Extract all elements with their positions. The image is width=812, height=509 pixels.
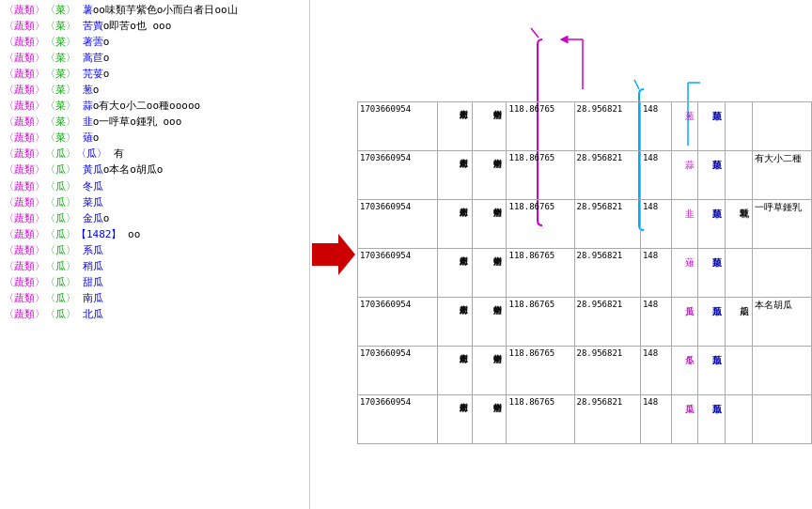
annotations [357,0,812,103]
table-cell: 蔬類菜 [698,102,726,151]
table-cell: 1703660954 [358,151,438,200]
table-cell: 118.86765 [507,151,574,200]
table-cell: 冬瓜 [671,347,698,395]
table-cell: 148 [640,102,671,151]
table-row: 1703660954衛州府產志衛州物府産118.8676528.95682114… [358,249,812,298]
list-item: 〈蔬類〉〈瓜〉 黃瓜o本名o胡瓜o [4,162,305,177]
table-cell: 衛州物府産 [472,200,507,249]
table-cell [726,151,753,200]
table-cell: 148 [640,151,671,200]
table-cell: 衛州物府産 [472,298,507,347]
table-cell: 118.86765 [507,347,574,395]
table-cell: 衛州府產志 [438,102,473,151]
table-cell: 菜瓜 [671,395,698,444]
table-cell: 118.86765 [507,200,574,249]
table-cell: 1703660954 [358,347,438,395]
list-item: 〈蔬類〉〈瓜〉 北瓜 [4,306,305,322]
list-item: 〈蔬類〉〈菜〉 苦蕒o即苦o也 ooo [4,18,305,34]
table-cell [753,102,812,151]
list-item: 〈蔬類〉〈瓜〉【1482】 oo [4,226,305,242]
table-cell: 蔬類瓜 [698,395,726,444]
table-cell: 衛州府產志 [438,200,473,249]
table-cell: 118.86765 [507,395,574,444]
svg-line-4 [634,80,639,89]
table-cell: 28.956821 [574,102,640,151]
table-cell: 148 [640,200,671,249]
table-row: 1703660954衛州府產志衛州物府産118.8676528.95682114… [358,151,812,200]
table-cell: 衛州物府産 [472,347,507,395]
table-cell: 胡瓜 [726,298,753,347]
table-cell: 1703660954 [358,395,438,444]
table-cell: 黃瓜 [671,298,698,347]
svg-line-1 [531,28,539,38]
left-panel: 〈蔬類〉〈菜〉 薯oo味類芋紫色o小而白者日oo山 〈蔬類〉〈菜〉 苦蕒o即苦o… [0,0,310,509]
transform-arrow [310,0,357,509]
table-cell: 蔬類菜 [698,151,726,200]
svg-marker-0 [312,234,355,275]
table-cell: 衛州府產志 [438,151,473,200]
table-cell: 28.956821 [574,200,640,249]
table-cell [753,347,812,395]
table-cell: 衛州府產志 [438,249,473,298]
list-item: 〈蔬類〉〈瓜〉 金瓜o [4,210,305,226]
main-container: 〈蔬類〉〈菜〉 薯oo味類芋紫色o小而白者日oo山 〈蔬類〉〈菜〉 苦蕒o即苦o… [0,0,812,509]
table-cell: 1703660954 [358,249,438,298]
list-item: 〈蔬類〉〈菜〉 韭o一呼草o鍾乳 ooo [4,114,305,130]
list-item: 〈蔬類〉〈菜〉 薯oo味類芋紫色o小而白者日oo山 [4,2,305,18]
table-row: 1703660954衛州府產志衛州物府産118.8676528.95682114… [358,298,812,347]
list-item: 〈蔬類〉〈菜〉 蒿苣o [4,50,305,66]
table-cell: 1703660954 [358,200,438,249]
list-item: 〈蔬類〉〈瓜〉 南瓜 [4,290,305,306]
table-cell: 148 [640,298,671,347]
list-item: 〈蔬類〉〈菜〉 薙o [4,130,305,146]
list-item: 〈蔬類〉〈瓜〉 冬瓜 [4,178,305,194]
table-row: 1703660954衛州府產志衛州物府産118.8676528.95682114… [358,102,812,151]
table-cell: 薙 [671,249,698,298]
table-row: 1703660954衛州府產志衛州物府産118.8676528.95682114… [358,200,812,249]
table-cell: 蔬類瓜 [698,347,726,395]
table-cell: 28.956821 [574,298,640,347]
table-cell: 28.956821 [574,249,640,298]
table-cell: 衛州府產志 [438,347,473,395]
table-row: 1703660954衛州府產志衛州物府産118.8676528.95682114… [358,395,812,444]
table-cell: 1703660954 [358,102,438,151]
table-cell: 1703660954 [358,298,438,347]
annotation-lines [357,0,812,103]
table-cell: 118.86765 [507,298,574,347]
table-cell [726,102,753,151]
table-cell: 28.956821 [574,395,640,444]
list-item: 〈蔬類〉〈瓜〉 系瓜 [4,242,305,258]
table-cell: 148 [640,347,671,395]
table-cell: 草鍾乳 [726,200,753,249]
table-cell: 118.86765 [507,102,574,151]
table-wrapper: 1703660954衛州府產志衛州物府産118.8676528.95682114… [357,101,812,509]
table-cell: 蔬類菜 [698,200,726,249]
table-cell: 一呼草鍾乳 [753,200,812,249]
table-cell: 本名胡瓜 [753,298,812,347]
table-cell: 118.86765 [507,249,574,298]
table-cell: 衛州物府産 [472,395,507,444]
table-cell [753,249,812,298]
table-cell: 蔬類瓜 [698,298,726,347]
table-cell: 衛州物府産 [472,102,507,151]
list-item: 〈蔬類〉〈菜〉 蒜o有大o小二oo種ooooo [4,98,305,114]
table-cell [726,395,753,444]
table-cell: 葱 [671,102,698,151]
right-panel: 1703660954衛州府產志衛州物府産118.8676528.95682114… [357,0,812,509]
table-cell: 28.956821 [574,151,640,200]
table-cell: 蒜 [671,151,698,200]
list-item: 〈蔬類〉〈瓜〉〈瓜〉 有 [4,146,305,162]
table-cell [726,249,753,298]
table-row: 1703660954衛州府產志衛州物府産118.8676528.95682114… [358,347,812,395]
table-cell [753,395,812,444]
list-item: 〈蔬類〉〈瓜〉 甜瓜 [4,274,305,290]
table-cell: 衛州府產志 [438,395,473,444]
table-cell: 148 [640,395,671,444]
list-item: 〈蔬類〉〈瓜〉 菜瓜 [4,194,305,210]
list-item: 〈蔬類〉〈菜〉 葱o [4,82,305,98]
list-item: 〈蔬類〉〈菜〉 著蕓o [4,34,305,50]
table-cell: 衛州物府産 [472,151,507,200]
table-cell: 蔬類菜 [698,249,726,298]
table-cell: 衛州物府産 [472,249,507,298]
list-item: 〈蔬類〉〈瓜〉 稍瓜 [4,258,305,274]
